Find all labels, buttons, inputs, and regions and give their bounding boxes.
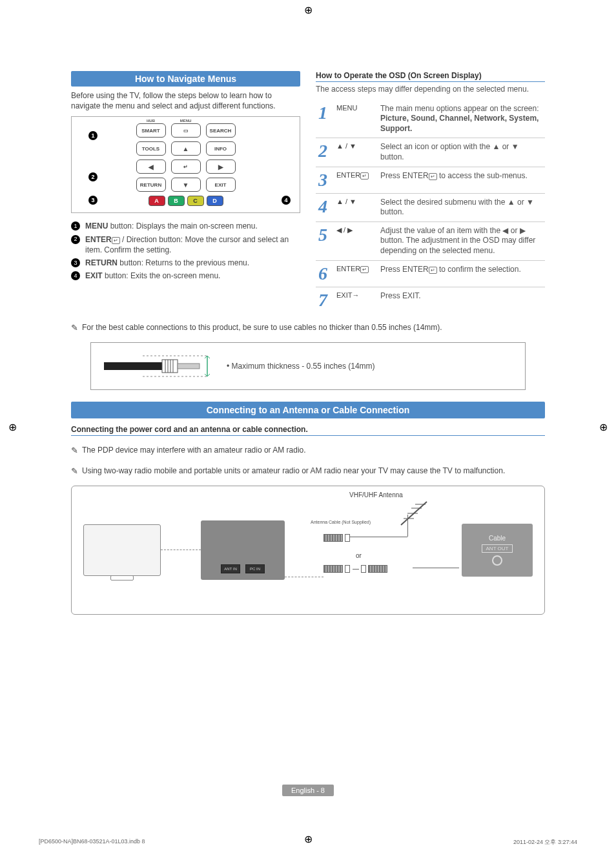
wire-to-antenna bbox=[349, 537, 407, 537]
remote-color-d: D bbox=[207, 196, 223, 206]
remote-smart: HUBSMART bbox=[136, 123, 166, 138]
osd-row-7: 7 EXIT→ Press EXIT. bbox=[316, 287, 545, 313]
antenna-icon bbox=[395, 499, 433, 528]
legend-text-1: MENU button: Displays the main on-screen… bbox=[85, 221, 258, 231]
reg-mark-right: ⊕ bbox=[599, 420, 608, 433]
remote-color-b: B bbox=[168, 196, 185, 206]
col-right: How to Operate the OSD (On Screen Displa… bbox=[316, 71, 545, 313]
section2-note2: ✎ Using two-way radio mobile and portabl… bbox=[71, 466, 545, 477]
svg-rect-1 bbox=[162, 360, 178, 373]
svg-rect-6 bbox=[178, 364, 200, 369]
remote-exit: EXIT bbox=[206, 178, 236, 192]
legend-text-3: RETURN button: Returns to the previous m… bbox=[85, 258, 249, 268]
or-label: or bbox=[356, 552, 362, 559]
remote-legend: 1 MENU button: Displays the main on-scre… bbox=[71, 221, 300, 281]
osd-row-6: 6 ENTER↵ Press ENTER↵ to confirm the sel… bbox=[316, 260, 545, 287]
note-icon: ✎ bbox=[71, 445, 78, 457]
note-icon: ✎ bbox=[71, 466, 78, 477]
svg-rect-0 bbox=[104, 362, 162, 370]
connector-top bbox=[323, 533, 350, 542]
legend-num-1: 1 bbox=[71, 221, 80, 231]
antenna-diagram: ANT IN PC IN VHF/UHF Antenna Antenna Cab… bbox=[71, 486, 545, 615]
osd-row-2: 2 ▲ / ▼ Select an icon or option with th… bbox=[316, 138, 545, 167]
remote-illustration: 1 2 3 4 HUBSMART MENU▭ SEARCH TOOLS ▲ IN… bbox=[71, 116, 300, 213]
legend-num-4: 4 bbox=[71, 271, 80, 280]
remote-search: SEARCH bbox=[206, 123, 236, 138]
meta-right: 2011-02-24 오후 3:27:44 bbox=[513, 838, 577, 847]
wire-to-cable bbox=[413, 568, 459, 568]
wire-2 bbox=[285, 577, 323, 577]
remote-down: ▼ bbox=[171, 178, 201, 192]
osd-row-3: 3 ENTER↵ Press ENTER↵ to access the sub-… bbox=[316, 167, 545, 193]
remote-return: RETURN bbox=[136, 178, 166, 192]
page-footer: English - 8 bbox=[282, 785, 334, 796]
section1-intro: Before using the TV, follow the steps be… bbox=[71, 90, 300, 111]
legend-text-4: EXIT button: Exits the on-screen menu. bbox=[85, 271, 220, 281]
osd-row-5: 5 ◀ / ▶ Adjust the value of an item with… bbox=[316, 221, 545, 260]
section2-note1: ✎ The PDP device may interfere with an a… bbox=[71, 445, 545, 457]
legend-text-2: ENTER↵ / Direction button: Move the curs… bbox=[85, 234, 300, 255]
antenna-cable-label: Antenna Cable (Not Supplied) bbox=[311, 520, 371, 524]
osd-steps-table: 1 MENU The main menu options appear on t… bbox=[316, 100, 545, 313]
wire-1 bbox=[161, 550, 201, 550]
ant-out-label: ANT OUT bbox=[482, 544, 513, 553]
remote-enter: ↵ bbox=[171, 159, 201, 174]
remote-tools: TOOLS bbox=[136, 141, 166, 156]
tv-back-panel: ANT IN PC IN bbox=[201, 520, 285, 580]
remote-right: ▶ bbox=[206, 159, 236, 174]
page-content: How to Navigate Menus Before using the T… bbox=[32, 32, 584, 814]
cable-diagram-icon bbox=[104, 353, 214, 379]
section2-sub: Connecting the power cord and an antenna… bbox=[71, 425, 545, 436]
section2-heading: Connecting to an Antenna or Cable Connec… bbox=[71, 402, 545, 418]
legend-num-2: 2 bbox=[71, 235, 80, 244]
remote-color-c: C bbox=[187, 196, 204, 206]
ant-in-port: ANT IN bbox=[221, 564, 240, 573]
section1-heading: How to Navigate Menus bbox=[71, 71, 300, 87]
cable-wall-box: Cable ANT OUT bbox=[462, 524, 533, 577]
remote-left: ◀ bbox=[136, 159, 166, 174]
cable-thickness-box: • Maximum thickness - 0.55 inches (14mm) bbox=[90, 342, 526, 390]
osd-desc: The access steps may differ depending on… bbox=[316, 85, 545, 95]
cable-box-text: • Maximum thickness - 0.55 inches (14mm) bbox=[227, 362, 375, 371]
reg-mark-left: ⊕ bbox=[8, 420, 17, 433]
coax-out-icon bbox=[492, 555, 502, 566]
pc-in-port: PC IN bbox=[245, 564, 265, 573]
remote-info: INFO bbox=[206, 141, 236, 156]
remote-color-a: A bbox=[149, 196, 165, 206]
osd-row-4: 4 ▲ / ▼ Select the desired submenu with … bbox=[316, 193, 545, 221]
remote-menu: MENU▭ bbox=[171, 123, 201, 138]
cable-label: Cable bbox=[489, 535, 506, 542]
wire-vert bbox=[407, 515, 408, 537]
osd-heading: How to Operate the OSD (On Screen Displa… bbox=[316, 71, 545, 82]
legend-num-3: 3 bbox=[71, 258, 80, 267]
meta-left: [PD6500-NA]BN68-03521A-01L03.indb 8 bbox=[39, 838, 145, 847]
col-left: How to Navigate Menus Before using the T… bbox=[71, 71, 300, 313]
tv-icon bbox=[83, 524, 161, 576]
vhf-label: VHF/UHF Antenna bbox=[349, 491, 403, 498]
connector-bottom bbox=[323, 564, 387, 573]
print-meta: [PD6500-NA]BN68-03521A-01L03.indb 8 2011… bbox=[39, 838, 577, 847]
note-icon: ✎ bbox=[71, 322, 78, 334]
osd-row-1: 1 MENU The main menu options appear on t… bbox=[316, 100, 545, 138]
reg-mark-top: ⊕ bbox=[304, 4, 313, 16]
remote-up: ▲ bbox=[171, 141, 201, 156]
cable-note: ✎ For the best cable connections to this… bbox=[71, 322, 545, 334]
